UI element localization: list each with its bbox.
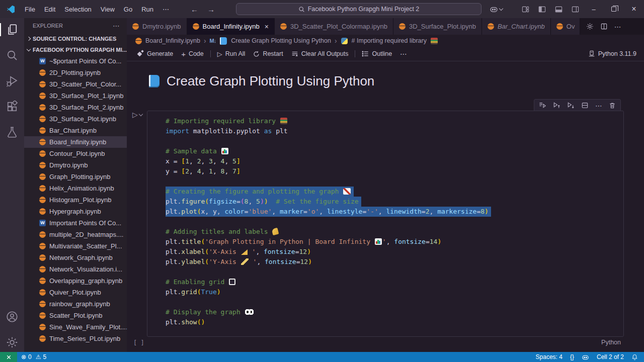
indent-indicator[interactable]: Spaces: 4 (536, 353, 562, 360)
menu-item-edit[interactable]: Edit (40, 4, 60, 15)
execute-cell-below-icon[interactable] (567, 102, 575, 109)
problems-indicator[interactable]: ⊗ 0 ⚠ 5 (17, 353, 50, 360)
kernel-picker[interactable]: Python 3.11.9 (588, 50, 636, 57)
menu-item-go[interactable]: Go (119, 4, 137, 15)
generate-button[interactable]: Generate (133, 48, 177, 59)
add-code-cell-button[interactable]: +Code (177, 48, 208, 59)
file-row-Dmytro.ipynb[interactable]: Dmytro.ipynb (24, 159, 127, 171)
code-line-1[interactable]: # Importing required library (166, 116, 288, 126)
section-source-control[interactable]: SOURCE CONTROL: CHANGES (24, 33, 127, 44)
clear-all-outputs-button[interactable]: Clear All Outputs (287, 48, 353, 59)
file-row-rainbow_graph.ipynb[interactable]: rainbow_graph.ipynb (24, 298, 127, 310)
code-line-21[interactable]: plt.show() (166, 317, 205, 327)
customize-layout-icon[interactable] (522, 6, 529, 13)
search-sidebar-icon[interactable] (6, 49, 19, 62)
menu-item-run[interactable]: Run (137, 4, 158, 15)
toggle-panel-icon[interactable] (555, 6, 562, 13)
code-line-17[interactable]: # Enabling grid (166, 277, 236, 287)
toolbar-more-actions[interactable]: ⋯ (396, 48, 411, 59)
code-line-15[interactable]: plt.ylabel('Y-Axis ', fontsize=12) (166, 257, 312, 267)
file-row-Sine_Wave_Family_Plot....[interactable]: Sine_Wave_Family_Plot.... (24, 321, 127, 333)
cell-more-actions[interactable]: ⋯ (595, 102, 602, 110)
code-line-19[interactable] (166, 297, 170, 307)
file-row-3D_Surface_Plot_1.ipynb[interactable]: 3D_Surface_Plot_1.ipynb (24, 90, 127, 102)
file-row-3D_Surface_Plot.ipynb[interactable]: 3D_Surface_Plot.ipynb (24, 113, 127, 125)
extensions-icon[interactable] (6, 100, 19, 113)
toggle-secondary-sidebar-icon[interactable] (572, 6, 579, 13)
file-row-~$portant Points Of Co...[interactable]: W~$portant Points Of Co... (24, 55, 127, 67)
code-line-4[interactable]: # Sample data (166, 146, 229, 156)
code-line-7[interactable] (166, 176, 170, 187)
code-line-14[interactable]: plt.xlabel('X-Axis ', fontsize=12) (166, 247, 311, 257)
back-button[interactable]: ← (191, 5, 198, 14)
remote-indicator[interactable] (0, 352, 17, 362)
tab-Dmytro.ipynb[interactable]: Dmytro.ipynb (127, 18, 187, 35)
forward-button[interactable]: → (207, 5, 215, 14)
file-row-Multivariate_Scatter_Pl...[interactable]: Multivariate_Scatter_Pl... (24, 240, 127, 252)
breadcrumb-section[interactable]: Create Graph Plotting Using Python (231, 37, 331, 44)
file-row-Important Points Of Co...[interactable]: WImportant Points Of Co... (24, 217, 127, 229)
file-row-Graph_Plotting.ipynb[interactable]: Graph_Plotting.ipynb (24, 171, 127, 183)
code-line-13[interactable]: plt.title('Graph Plotting in Python | Bo… (166, 237, 441, 247)
breadcrumb-file[interactable]: Board_Infinity.ipynb (145, 37, 200, 44)
file-row-Contour_Plot.ipynb[interactable]: Contour_Plot.ipynb (24, 148, 127, 159)
file-row-3D_Scatter_Plot_Color...[interactable]: 3D_Scatter_Plot_Color... (24, 78, 127, 90)
copilot-status-icon[interactable] (582, 353, 589, 361)
editor-more-actions[interactable]: ⋯ (614, 23, 621, 31)
file-row-Histogram_Plot.ipynb[interactable]: Histogram_Plot.ipynb (24, 194, 127, 206)
tab-Bar_Chart.ipynb[interactable]: Bar_Chart.ipynb (482, 18, 551, 35)
section-workspace[interactable]: FACEBOOK PYTHON GRAPGH MI... (24, 44, 127, 55)
close-button[interactable]: × (624, 0, 644, 18)
run-all-button[interactable]: ▷Run All (213, 48, 250, 59)
menu-item-selection[interactable]: Selection (60, 4, 96, 15)
file-row-Network_Graph.ipynb[interactable]: Network_Graph.ipynb (24, 252, 127, 263)
accounts-icon[interactable] (6, 310, 19, 323)
file-row-Scatter_Plot.ipynb[interactable]: Scatter_Plot.ipynb (24, 310, 127, 321)
code-line-10[interactable]: plt.plot(x, y, color='blue', marker='o',… (166, 207, 491, 217)
cell-language-picker[interactable]: Python (601, 339, 621, 346)
restart-button[interactable]: Restart (249, 48, 287, 59)
file-row-Time_Series_PLot.ipynb[interactable]: Time_Series_PLot.ipynb (24, 333, 127, 344)
file-row-Overlapping_graph.ipynb[interactable]: Overlapping_graph.ipynb (24, 275, 127, 287)
cell-indicator[interactable]: Cell 2 of 2 (597, 353, 624, 360)
split-editor-icon[interactable] (600, 23, 608, 30)
tab-3D_Surface_Plot.ipynb[interactable]: 3D_Surface_Plot.ipynb (393, 18, 482, 35)
notifications-bell-icon[interactable] (631, 354, 638, 360)
code-line-12[interactable]: # Adding titles and labels (166, 227, 279, 237)
notebook-settings-gear-icon[interactable] (586, 23, 594, 30)
code-line-9[interactable]: plt.figure(figsize=(8, 5)) # Set the fig… (166, 197, 361, 207)
menu-item-view[interactable]: View (96, 4, 119, 15)
code-line-6[interactable]: y = [2, 4, 1, 8, 7] (166, 166, 240, 176)
file-row-Board_Infinity.ipynb[interactable]: Board_Infinity.ipynb (24, 136, 127, 148)
testing-icon[interactable] (6, 126, 19, 139)
explorer-more-actions[interactable]: ⋯ (113, 22, 120, 30)
code-line-3[interactable] (166, 136, 170, 146)
run-debug-icon[interactable] (6, 74, 19, 87)
code-line-18[interactable]: plt.grid(True) (166, 287, 221, 297)
code-cell[interactable]: # Importing required library import matp… (147, 111, 624, 337)
command-center-search[interactable]: Facebook Python Grapgh Mini Project 2 (236, 3, 481, 15)
execute-above-icon[interactable] (539, 102, 546, 109)
explorer-icon[interactable] (6, 23, 19, 36)
tab-Board_Infinity.ipynb[interactable]: Board_Infinity.ipynb× (187, 18, 275, 35)
file-row-Quiver_Plot.ipynb[interactable]: Quiver_Plot.ipynb (24, 287, 127, 298)
close-tab-icon[interactable]: × (265, 23, 269, 31)
braces-indicator[interactable]: {} (570, 353, 574, 360)
copilot-menu[interactable] (490, 5, 503, 14)
delete-cell-icon[interactable] (609, 102, 616, 109)
toggle-primary-sidebar-icon[interactable] (538, 6, 546, 13)
minimize-button[interactable]: – (584, 0, 604, 18)
file-row-Network_Visualization.i...[interactable]: Network_Visualization.i... (24, 263, 127, 275)
file-row-Helix_Animation.ipynb[interactable]: Helix_Animation.ipynb (24, 183, 127, 194)
file-row-2D_Plotting.ipynb[interactable]: 2D_Plotting.ipynb (24, 67, 127, 78)
restore-button[interactable] (604, 0, 624, 18)
menu-item-file[interactable]: File (20, 4, 40, 15)
code-line-5[interactable]: x = [1, 2, 3, 4, 5] (166, 156, 240, 166)
breadcrumb-cell[interactable]: # Importing required library (352, 37, 427, 44)
code-line-11[interactable] (166, 217, 170, 227)
file-row-multiple_2D_heatmaps....[interactable]: multiple_2D_heatmaps.... (24, 229, 127, 240)
file-row-Bar_Chart.ipynb[interactable]: Bar_Chart.ipynb (24, 125, 127, 136)
outline-button[interactable]: Outline (358, 48, 396, 59)
code-line-20[interactable]: # Display the graph (166, 307, 254, 317)
split-cell-icon[interactable] (581, 102, 589, 109)
